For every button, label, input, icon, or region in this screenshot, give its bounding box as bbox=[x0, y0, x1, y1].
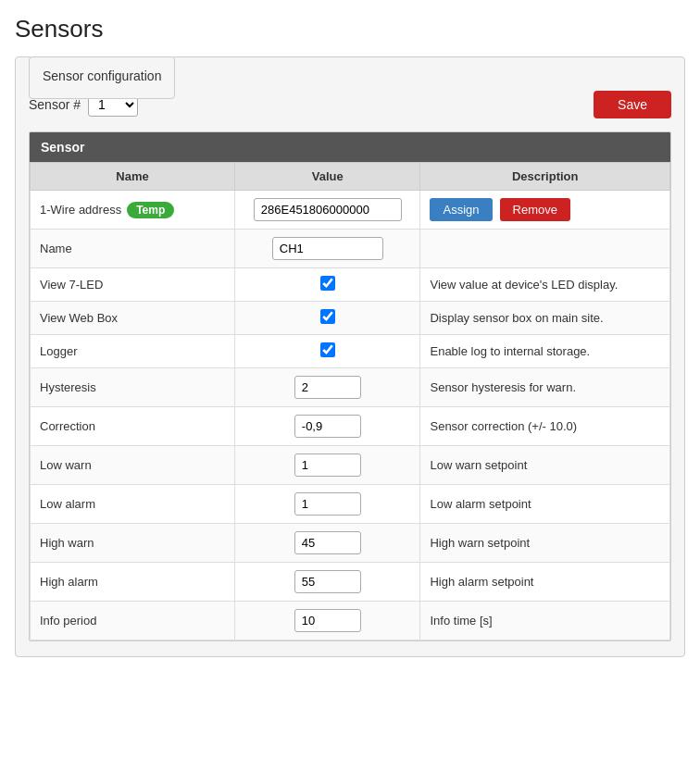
assign-button[interactable]: Assign bbox=[430, 198, 492, 221]
table-row: Name bbox=[31, 230, 670, 268]
number-input[interactable] bbox=[294, 609, 361, 632]
row-desc-cell: High warn setpoint bbox=[420, 524, 670, 563]
assign-remove-buttons: AssignRemove bbox=[430, 198, 660, 221]
row-name-label: 1-Wire address bbox=[40, 203, 121, 217]
sensor-config-legend: Sensor configuration bbox=[29, 56, 175, 99]
number-input[interactable] bbox=[294, 415, 361, 438]
row-value-cell bbox=[235, 191, 420, 230]
row-value-cell bbox=[235, 268, 420, 302]
number-input[interactable] bbox=[294, 376, 361, 399]
row-desc-cell: Display sensor box on main site. bbox=[420, 302, 670, 335]
col-header-description: Description bbox=[420, 163, 670, 191]
row-name-cell: 1-Wire addressTemp bbox=[31, 191, 235, 230]
number-input[interactable] bbox=[294, 454, 361, 477]
table-row: High warnHigh warn setpoint bbox=[31, 524, 670, 563]
sensor-num-label: Sensor # bbox=[29, 97, 81, 112]
table-row: LoggerEnable log to internal storage. bbox=[31, 335, 670, 368]
number-input[interactable] bbox=[294, 531, 361, 554]
row-desc-cell: Sensor correction (+/- 10.0) bbox=[420, 407, 670, 446]
row-name-cell: Hysteresis bbox=[31, 368, 235, 407]
table-row: HysteresisSensor hysteresis for warn. bbox=[31, 368, 670, 407]
row-value-cell bbox=[235, 335, 420, 368]
row-desc-cell bbox=[420, 230, 670, 268]
row-value-cell bbox=[235, 302, 420, 335]
row-value-cell bbox=[235, 407, 420, 446]
number-input[interactable] bbox=[294, 570, 361, 593]
row-value-cell bbox=[235, 446, 420, 485]
row-name-cell: View Web Box bbox=[31, 302, 235, 335]
name-input[interactable] bbox=[272, 237, 383, 260]
row-name-cell: Correction bbox=[31, 407, 235, 446]
row-value-cell bbox=[235, 485, 420, 524]
table-row: Low warnLow warn setpoint bbox=[31, 446, 670, 485]
checkbox-input[interactable] bbox=[320, 276, 335, 291]
row-value-cell bbox=[235, 563, 420, 602]
row-desc-cell: Sensor hysteresis for warn. bbox=[420, 368, 670, 407]
row-desc-cell: Info time [s] bbox=[420, 602, 670, 640]
col-header-value: Value bbox=[235, 163, 420, 191]
row-desc-cell: Enable log to internal storage. bbox=[420, 335, 670, 368]
table-row: View 7-LEDView value at device's LED dis… bbox=[31, 268, 670, 302]
row-name-cell: Info period bbox=[31, 602, 235, 640]
table-row: 1-Wire addressTempAssignRemove bbox=[31, 191, 670, 230]
row-name-cell: Logger bbox=[31, 335, 235, 368]
table-row: Low alarmLow alarm setpoint bbox=[31, 485, 670, 524]
row-name-cell: Low warn bbox=[31, 446, 235, 485]
table-row: High alarmHigh alarm setpoint bbox=[31, 563, 670, 602]
table-row: CorrectionSensor correction (+/- 10.0) bbox=[31, 407, 670, 446]
row-value-cell bbox=[235, 524, 420, 563]
row-desc-cell: AssignRemove bbox=[420, 191, 670, 230]
row-desc-cell: High alarm setpoint bbox=[420, 563, 670, 602]
sensor-table-header: Sensor bbox=[30, 132, 670, 162]
sensor-table: Name Value Description 1-Wire addressTem… bbox=[30, 162, 670, 640]
sensor-config-group: Sensor configuration Sensor # 1 2 3 4 Sa… bbox=[15, 56, 685, 657]
number-input[interactable] bbox=[294, 492, 361, 516]
table-header-row: Name Value Description bbox=[31, 163, 670, 191]
row-desc-cell: Low alarm setpoint bbox=[420, 485, 670, 524]
row-desc-cell: View value at device's LED display. bbox=[420, 268, 670, 302]
page-title: Sensors bbox=[15, 15, 685, 43]
row-name-cell: View 7-LED bbox=[31, 268, 235, 302]
row-value-cell bbox=[235, 230, 420, 268]
remove-button[interactable]: Remove bbox=[500, 198, 570, 221]
row-name-cell: High alarm bbox=[31, 563, 235, 602]
save-button[interactable]: Save bbox=[594, 91, 671, 118]
address-input[interactable] bbox=[254, 198, 402, 221]
table-row: Info periodInfo time [s] bbox=[31, 602, 670, 640]
row-name-cell: Low alarm bbox=[31, 485, 235, 524]
table-row: View Web BoxDisplay sensor box on main s… bbox=[31, 302, 670, 335]
row-desc-cell: Low warn setpoint bbox=[420, 446, 670, 485]
row-name-cell: Name bbox=[31, 230, 235, 268]
checkbox-input[interactable] bbox=[320, 309, 335, 324]
row-value-cell bbox=[235, 368, 420, 407]
temp-badge: Temp bbox=[127, 202, 174, 218]
checkbox-input[interactable] bbox=[320, 342, 335, 357]
col-header-name: Name bbox=[31, 163, 235, 191]
row-name-cell: High warn bbox=[31, 524, 235, 563]
row-value-cell bbox=[235, 602, 420, 640]
sensor-table-wrapper: Sensor Name Value Description 1-Wire add… bbox=[29, 131, 671, 641]
